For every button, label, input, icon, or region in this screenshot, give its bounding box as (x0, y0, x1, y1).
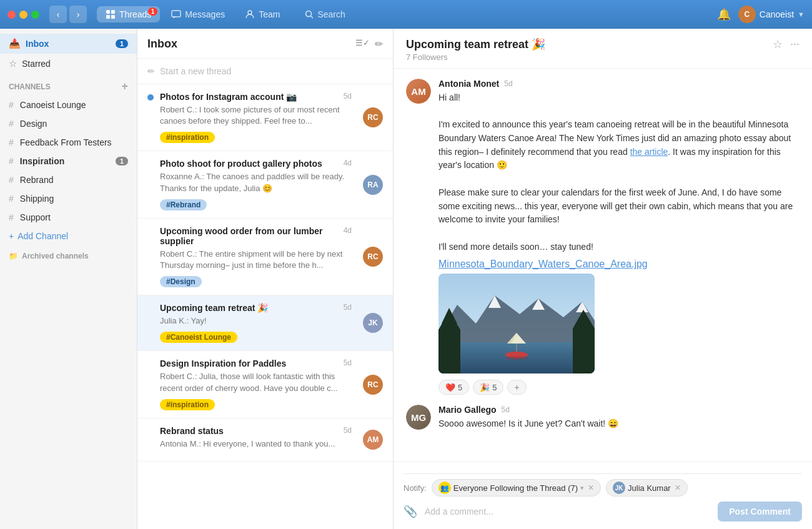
inbox-badge: 1 (116, 39, 128, 48)
message-author: Mario Gallego (438, 405, 497, 415)
avatar: AM (406, 79, 431, 104)
new-thread-button[interactable]: ✏ Start a new thread (137, 59, 393, 84)
sidebar-item-design[interactable]: # Design (0, 114, 137, 133)
tab-messages[interactable]: Messages (162, 6, 234, 22)
image-link[interactable]: Minnesota_Boundary_Waters_Canoe_Area.jpg (438, 259, 648, 269)
avatar: C (738, 6, 756, 23)
sidebar-item-shipping[interactable]: # Shipping (0, 189, 137, 208)
archived-channels[interactable]: 📁 Archived channels (0, 245, 137, 263)
close-button[interactable] (7, 11, 16, 19)
list-item[interactable]: Design Inspiration for Paddles 5d Robert… (137, 351, 393, 418)
message-body: Mario Gallego 5d Soooo awesome! Is it Ju… (438, 405, 800, 431)
list-item[interactable]: Upcoming team retreat 🎉 5d Julia K.: Yay… (137, 295, 393, 351)
starred-label: Starred (22, 59, 51, 69)
tab-team[interactable]: Team (236, 6, 289, 22)
list-item[interactable]: Upcoming wood order from our lumber supp… (137, 219, 393, 295)
channels-label: Channels (9, 82, 51, 91)
add-channel-button[interactable]: + Add Channel (0, 227, 137, 245)
thread-avatar: RC (363, 247, 383, 267)
attachment-icon[interactable]: 📎 (404, 505, 417, 518)
list-item[interactable]: Photo shoot for product gallery photos 4… (137, 151, 393, 218)
avatar-antonia: AM (406, 79, 431, 104)
titlebar-right: 🔔 C Canoeist ▼ (717, 6, 805, 23)
sidebar-item-inbox[interactable]: 📥 Inbox 1 (0, 34, 137, 54)
compose-new-icon: ✏ (147, 66, 155, 76)
thread-preview: Roxanne A.: The canoes and paddles will … (160, 171, 352, 194)
chevron-down-icon: ▼ (798, 11, 805, 18)
reaction-heart[interactable]: ❤️ 5 (438, 380, 469, 395)
sidebar-item-starred[interactable]: ☆ Starred (0, 54, 137, 74)
tab-threads-label: Threads (119, 9, 151, 19)
everyone-following-tag[interactable]: 👥 Everyone Following the Thread (7) ▾ ✕ (432, 479, 601, 497)
svg-rect-2 (106, 15, 110, 19)
list-item[interactable]: Rebrand status 5d Antonia M.: Hi everyon… (137, 418, 393, 462)
detail-title: Upcoming team retreat 🎉 (406, 37, 545, 51)
tab-threads[interactable]: Threads 1 (97, 6, 160, 22)
archive-icon: 📁 (9, 252, 18, 260)
traffic-lights (7, 11, 39, 19)
avatar-mario: MG (406, 405, 431, 430)
sidebar-item-inspiration[interactable]: # Inspiration 1 (0, 152, 137, 171)
comment-input-row: 📎 Post Comment (404, 502, 802, 522)
hash-icon: # (9, 119, 14, 129)
threads-badge: 1 (148, 7, 158, 16)
team-icon (245, 9, 255, 19)
message-header: Mario Gallego 5d (438, 405, 800, 415)
channel-label: Design (20, 119, 47, 129)
search-tab[interactable]: Search (296, 6, 354, 22)
everyone-icon: 👥 (438, 482, 451, 494)
sidebar-item-feedback[interactable]: # Feedback From Testers (0, 133, 137, 152)
channel-label: Canoeist Lounge (20, 100, 86, 110)
comment-input[interactable] (425, 507, 713, 517)
star-action[interactable]: ☆ (773, 37, 783, 51)
svg-point-5 (248, 11, 252, 14)
thread-avatar: AM (363, 430, 383, 450)
sidebar-item-rebrand[interactable]: # Rebrand (0, 171, 137, 189)
titlebar-tabs: Threads 1 Messages Team Search (97, 6, 717, 22)
back-button[interactable]: ‹ (49, 6, 67, 23)
bell-icon[interactable]: 🔔 (717, 7, 731, 21)
message-time: 5d (502, 405, 510, 414)
sidebar-item-canoeist-lounge[interactable]: # Canoeist Lounge (0, 96, 137, 114)
detail-header-actions: ☆ ··· (773, 37, 800, 51)
search-icon (305, 10, 314, 19)
article-link[interactable]: the article (630, 147, 668, 157)
comment-area: Notify: 👥 Everyone Following the Thread … (394, 462, 812, 529)
inbox-label: Inbox (26, 39, 49, 49)
channel-label: Rebrand (20, 175, 54, 185)
message-body: Antonia Monet 5d Hi all! I'm excited to … (438, 79, 800, 395)
notify-label: Notify: (404, 483, 427, 493)
reaction-party[interactable]: 🎉 5 (473, 380, 503, 395)
svg-rect-4 (172, 11, 181, 17)
thread-title: Photos for Instagram account 📷 (160, 92, 339, 102)
more-action[interactable]: ··· (790, 37, 800, 51)
post-comment-button[interactable]: Post Comment (718, 502, 802, 522)
hash-icon: # (9, 194, 14, 204)
add-reaction-button[interactable]: + (507, 380, 526, 395)
list-item[interactable]: Photos for Instagram account 📷 5d Robert… (137, 84, 393, 151)
archived-label: Archived channels (22, 252, 89, 260)
thread-tag: #Design (160, 276, 202, 287)
add-channel-label: Add Channel (17, 231, 68, 241)
minimize-button[interactable] (19, 11, 27, 19)
thread-time: 4d (344, 226, 352, 235)
nav-arrows: ‹ › (49, 6, 87, 23)
filter-icon[interactable]: ☰✓ (355, 38, 370, 50)
thread-avatar: JK (363, 313, 383, 333)
reaction-count: 5 (492, 383, 497, 392)
thread-tag: #inspiration (160, 132, 215, 143)
forward-button[interactable]: › (69, 6, 87, 23)
compose-icon[interactable]: ✏ (375, 38, 383, 50)
sidebar-item-support[interactable]: # Support (0, 208, 137, 227)
add-channel-icon[interactable]: + (121, 80, 128, 93)
julia-kumar-tag[interactable]: JK Julia Kumar ✕ (606, 479, 688, 497)
inbox-icon: 📥 (9, 38, 21, 49)
divider (404, 473, 802, 474)
user-menu[interactable]: C Canoeist ▼ (738, 6, 805, 23)
remove-julia-button[interactable]: ✕ (675, 483, 681, 492)
maximize-button[interactable] (31, 11, 39, 19)
avatar: MG (406, 405, 431, 430)
svg-rect-17 (573, 329, 595, 373)
svg-rect-3 (111, 15, 115, 19)
remove-everyone-button[interactable]: ✕ (588, 483, 594, 492)
